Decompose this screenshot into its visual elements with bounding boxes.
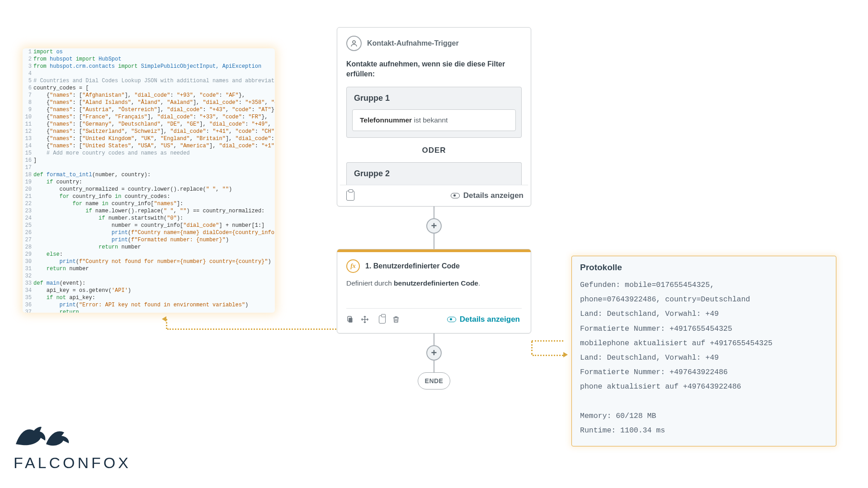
eye-icon xyxy=(447,317,456,322)
details-link[interactable]: Details anzeigen xyxy=(451,191,524,200)
clipboard-icon[interactable] xyxy=(379,315,386,324)
details-label: Details anzeigen xyxy=(463,191,524,200)
code-editor: 1import os2from hubspot import HubSpot3f… xyxy=(23,48,275,313)
filter-property: Telefonnummer xyxy=(360,116,412,124)
brand-name: FALCONFOX xyxy=(14,454,131,472)
arrow-segment xyxy=(531,341,533,355)
delete-icon[interactable] xyxy=(392,315,400,324)
trigger-description: Kontakte aufnehmen, wenn sie die diese F… xyxy=(346,59,522,79)
code-step-card[interactable]: fx 1. Benutzerdefinierter Code Definiert… xyxy=(337,249,531,333)
filter-group-1[interactable]: Gruppe 1 Telefonnummer ist bekannt xyxy=(346,87,522,138)
connector-line xyxy=(434,361,434,372)
trigger-card[interactable]: Kontakt-Aufnahme-Trigger Kontakte aufneh… xyxy=(337,27,531,206)
arrow-segment xyxy=(533,355,563,356)
connector-line xyxy=(434,206,434,218)
arrow-segment xyxy=(167,328,336,330)
connector-line xyxy=(434,234,434,249)
filter-chip[interactable]: Telefonnummer ist bekannt xyxy=(352,109,516,131)
filter-condition: ist bekannt xyxy=(412,116,448,124)
group-title: Gruppe 2 xyxy=(347,163,521,185)
arrow-head-icon xyxy=(563,352,568,357)
logs-body: Gefunden: mobile=017655454325,phone=0764… xyxy=(580,278,828,438)
logs-title: Protokolle xyxy=(580,263,828,272)
svg-rect-1 xyxy=(349,318,352,323)
code-step-description: Definiert durch benutzerdefinierten Code… xyxy=(346,279,522,287)
end-pill: ENDE xyxy=(418,372,450,389)
connector-line xyxy=(434,333,434,345)
code-step-title: 1. Benutzerdefinierter Code xyxy=(365,262,460,270)
add-step-button[interactable]: + xyxy=(426,218,442,234)
details-label: Details anzeigen xyxy=(460,315,520,324)
copy-icon[interactable] xyxy=(346,315,354,324)
group-title: Gruppe 1 xyxy=(347,87,521,109)
eye-icon xyxy=(451,193,460,198)
workflow-column: Kontakt-Aufnahme-Trigger Kontakte aufneh… xyxy=(337,27,531,389)
logs-panel: Protokolle Gefunden: mobile=017655454325… xyxy=(571,256,836,446)
move-icon[interactable] xyxy=(361,315,369,324)
add-step-button[interactable]: + xyxy=(426,345,442,361)
or-separator: ODER xyxy=(346,146,522,155)
arrow-segment xyxy=(532,340,563,342)
brand-logo: FALCONFOX xyxy=(14,422,131,472)
trigger-title: Kontakt-Aufnahme-Trigger xyxy=(367,39,459,47)
contact-icon xyxy=(346,36,362,51)
arrow-head-icon xyxy=(162,316,166,322)
svg-point-0 xyxy=(353,41,355,43)
falconfox-icon xyxy=(14,422,77,449)
clipboard-icon[interactable] xyxy=(346,191,354,201)
fx-icon: fx xyxy=(346,259,360,273)
details-link[interactable]: Details anzeigen xyxy=(447,315,520,324)
filter-group-2[interactable]: Gruppe 2 xyxy=(346,162,522,185)
